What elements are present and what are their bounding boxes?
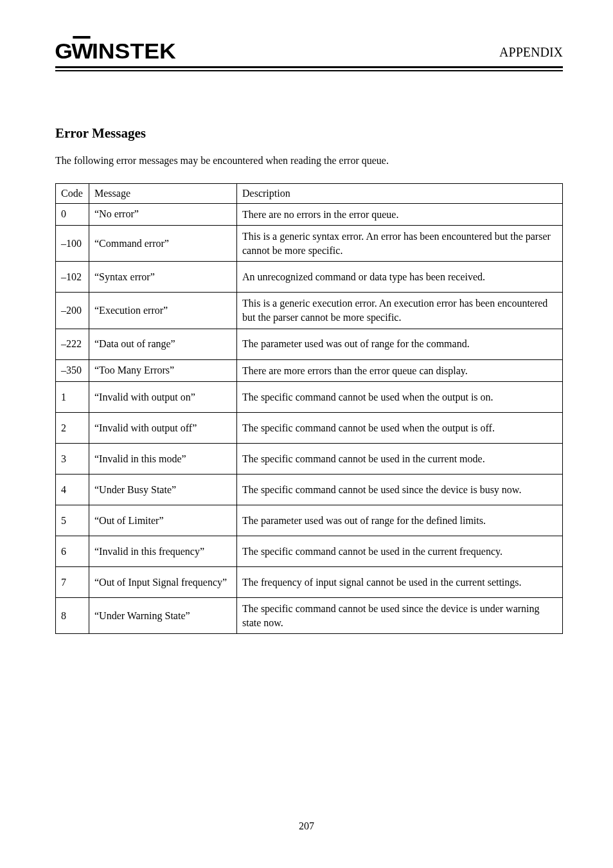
table-row: 8“Under Warning State”The specific comma… [56,598,563,634]
error-code: 4 [56,475,89,505]
error-description: There are more errors than the error que… [237,359,563,382]
error-message: “Data out of range” [89,329,237,359]
logo-text-instek: INSTEK [91,39,175,64]
error-code: –222 [56,329,89,359]
error-message: “Execution error” [89,293,237,329]
table-row: –100“Command error”This is a generic syn… [56,226,563,262]
table-row: 0“No error”There are no errors in the er… [56,203,563,226]
error-code: 7 [56,567,89,598]
page-content: Error Messages The following error messa… [55,125,563,635]
page-number: 207 [299,820,314,831]
error-code: 0 [56,203,89,226]
table-row: –102“Syntax error”An unrecognized comman… [56,262,563,293]
logo-letter-w-text: W [72,39,93,63]
error-description: There are no errors in the error queue. [237,203,563,226]
error-description: An unrecognized command or data type has… [237,262,563,293]
error-code: –200 [56,293,89,329]
table-header-message: Message [89,183,237,203]
page-header: G W INSTEK APPENDIX [55,39,563,71]
error-description: The parameter used was out of range for … [237,329,563,359]
table-row: 7“Out of Input Signal frequency”The freq… [56,567,563,598]
table-row: 2“Invalid with output off”The specific c… [56,413,563,444]
header-rule-thin [55,70,563,71]
error-message: “Syntax error” [89,262,237,293]
error-code: 2 [56,413,89,444]
page-footer: 207 [0,820,613,832]
table-header-row: Code Message Description [56,183,563,203]
table-row: 4“Under Busy State”The specific command … [56,475,563,505]
table-row: –222“Data out of range”The parameter use… [56,329,563,359]
logo-letter-w: W [72,39,93,64]
error-message: “Too Many Errors” [89,359,237,382]
error-message: “Command error” [89,226,237,262]
error-code: 1 [56,382,89,413]
table-row: 3“Invalid in this mode”The specific comm… [56,444,563,475]
error-code: 8 [56,598,89,634]
table-header-code: Code [56,183,89,203]
error-message: “Under Warning State” [89,598,237,634]
error-description: This is a generic syntax error. An error… [237,226,563,262]
error-description: The parameter used was out of range for … [237,505,563,536]
error-code: –102 [56,262,89,293]
error-message: “Out of Input Signal frequency” [89,567,237,598]
error-message: “Invalid with output off” [89,413,237,444]
error-description: The specific command cannot be used in t… [237,444,563,475]
section-description: The following error messages may be enco… [55,153,563,168]
error-code: –350 [56,359,89,382]
error-description: The specific command cannot be used sinc… [237,598,563,634]
error-message: “Invalid in this frequency” [89,536,237,567]
error-description: This is a generic execution error. An ex… [237,293,563,329]
section-title: Error Messages [55,125,563,141]
error-code: 5 [56,505,89,536]
error-description: The frequency of input signal cannot be … [237,567,563,598]
error-description: The specific command cannot be used in t… [237,536,563,567]
table-row: 1“Invalid with output on”The specific co… [56,382,563,413]
error-code: 3 [56,444,89,475]
error-message: “Out of Limiter” [89,505,237,536]
logo-letter-g: G [55,39,72,64]
error-description: The specific command cannot be used when… [237,382,563,413]
error-message: “Invalid with output on” [89,382,237,413]
error-code: –100 [56,226,89,262]
error-messages-table: Code Message Description 0“No error”Ther… [55,183,563,635]
table-row: –200“Execution error”This is a generic e… [56,293,563,329]
table-row: –350“Too Many Errors”There are more erro… [56,359,563,382]
table-header-description: Description [237,183,563,203]
error-code: 6 [56,536,89,567]
error-message: “Invalid in this mode” [89,444,237,475]
header-rule-thick [55,66,563,68]
brand-logo: G W INSTEK [55,39,563,64]
table-row: 6“Invalid in this frequency”The specific… [56,536,563,567]
table-row: 5“Out of Limiter”The parameter used was … [56,505,563,536]
logo-w-overline-icon [73,36,91,39]
error-description: The specific command cannot be used sinc… [237,475,563,505]
header-section-label: APPENDIX [499,45,563,60]
error-description: The specific command cannot be used when… [237,413,563,444]
error-message: “No error” [89,203,237,226]
error-message: “Under Busy State” [89,475,237,505]
